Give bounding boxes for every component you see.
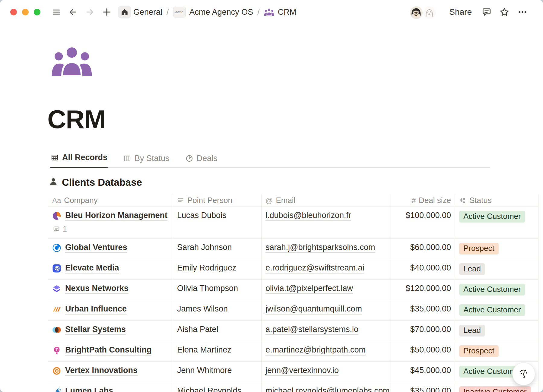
deal-size-cell[interactable]: $45,000.00: [391, 362, 455, 382]
collaborator-avatars[interactable]: [408, 5, 438, 19]
deal-size-cell[interactable]: $60,000.00: [391, 239, 455, 259]
column-header-email[interactable]: @ Email: [261, 194, 391, 207]
status-badge[interactable]: Prospect: [459, 345, 499, 357]
company-link[interactable]: Lumen Labs: [65, 386, 113, 392]
breadcrumb-crm[interactable]: CRM: [278, 8, 297, 17]
share-button[interactable]: Share: [447, 7, 474, 17]
company-cell[interactable]: Nexus Networks: [48, 280, 173, 300]
email-link[interactable]: michael.reynolds@lumenlabs.com: [265, 386, 390, 392]
status-badge[interactable]: Inactive Customer: [459, 386, 531, 392]
email-cell[interactable]: jenn@vertexinnov.io: [261, 362, 391, 382]
deal-size-cell[interactable]: $35,000.00: [391, 382, 455, 392]
company-cell[interactable]: Bleu Horizon Management 1: [48, 207, 173, 239]
email-cell[interactable]: olivia.t@pixelperfect.law: [261, 280, 391, 300]
home-button[interactable]: [118, 6, 131, 18]
company-cell[interactable]: Global Ventures: [48, 239, 173, 259]
email-link[interactable]: sarah.j@brightsparksolns.com: [265, 243, 375, 253]
minimize-window-button[interactable]: [22, 9, 29, 15]
company-link[interactable]: BrightPath Consulting: [65, 345, 151, 356]
page-icon-people[interactable]: [51, 47, 93, 76]
column-header-status[interactable]: Status: [455, 194, 538, 207]
company-cell[interactable]: Vertex Innovations: [48, 362, 173, 382]
deal-size-cell[interactable]: $50,000.00: [391, 341, 455, 362]
column-header-company[interactable]: Aa Company: [48, 194, 173, 207]
email-cell[interactable]: jwilson@quantumquill.com: [261, 300, 391, 321]
point-person-cell[interactable]: Lucas Dubois: [173, 207, 261, 239]
point-person-cell[interactable]: Emily Rodriguez: [173, 259, 261, 280]
status-cell[interactable]: Lead: [455, 321, 538, 341]
email-cell[interactable]: l.dubois@bleuhorizon.fr: [261, 207, 391, 239]
avatar[interactable]: [409, 6, 423, 20]
company-cell[interactable]: Elevate Media: [48, 259, 173, 280]
company-cell[interactable]: Urban Influence: [48, 300, 173, 321]
email-link[interactable]: olivia.t@pixelperfect.law: [265, 284, 353, 294]
point-person-cell[interactable]: Elena Martinez: [173, 341, 261, 362]
tab-by-status[interactable]: By Status: [122, 154, 170, 168]
point-person-cell[interactable]: Olivia Thompson: [173, 280, 261, 300]
column-header-deal-size[interactable]: # Deal size: [391, 194, 455, 207]
company-link[interactable]: Urban Influence: [65, 304, 127, 315]
company-link[interactable]: Elevate Media: [65, 263, 119, 273]
status-cell[interactable]: Lead: [455, 259, 538, 280]
email-cell[interactable]: e.martinez@brightpath.com: [261, 341, 391, 362]
email-link[interactable]: l.dubois@bleuhorizon.fr: [265, 211, 351, 221]
email-cell[interactable]: michael.reynolds@lumenlabs.com: [261, 382, 391, 392]
point-person-cell[interactable]: Aisha Patel: [173, 321, 261, 341]
status-cell[interactable]: Prospect: [455, 341, 538, 362]
status-badge[interactable]: Active Customer: [459, 304, 525, 316]
email-link[interactable]: jwilson@quantumquill.com: [265, 304, 362, 315]
point-person-cell[interactable]: Jenn Whitmore: [173, 362, 261, 382]
tab-all-records[interactable]: All Records: [50, 153, 108, 168]
email-link[interactable]: e.martinez@brightpath.com: [265, 345, 366, 356]
more-options-icon[interactable]: [517, 7, 528, 17]
status-cell[interactable]: Active Customer: [455, 207, 538, 239]
company-cell[interactable]: T BrightPath Consulting: [48, 341, 173, 362]
company-link[interactable]: Bleu Horizon Management: [65, 211, 167, 221]
back-icon[interactable]: [68, 7, 78, 17]
table-row: Global Ventures Sarah Johnson sarah.j@br…: [48, 239, 538, 259]
company-cell[interactable]: Stellar Systems: [48, 321, 173, 341]
company-link[interactable]: Vertex Innovations: [65, 366, 138, 376]
company-cell[interactable]: Lumen Labs: [48, 382, 173, 392]
close-window-button[interactable]: [10, 9, 17, 15]
deal-size-cell[interactable]: $120,000.00: [391, 280, 455, 300]
deal-size-cell[interactable]: $40,000.00: [391, 259, 455, 280]
status-badge[interactable]: Prospect: [459, 243, 499, 254]
new-tab-icon[interactable]: [102, 7, 112, 17]
deal-size-cell[interactable]: $35,000.00: [391, 300, 455, 321]
fullscreen-window-button[interactable]: [34, 9, 40, 15]
sidebar-toggle-icon[interactable]: [52, 8, 61, 17]
tab-deals[interactable]: Deals: [184, 154, 218, 168]
email-cell[interactable]: a.patel@stellarsystems.io: [261, 321, 391, 341]
email-cell[interactable]: e.rodriguez@swiftstream.ai: [261, 259, 391, 280]
point-person-cell[interactable]: Sarah Johnson: [173, 239, 261, 259]
email-link[interactable]: e.rodriguez@swiftstream.ai: [265, 263, 364, 273]
comment-count[interactable]: 1: [53, 225, 67, 233]
forward-icon[interactable]: [85, 7, 95, 17]
email-link[interactable]: jenn@vertexinnov.io: [265, 366, 339, 376]
status-badge[interactable]: Lead: [459, 325, 485, 337]
company-link[interactable]: Nexus Networks: [65, 284, 129, 294]
email-cell[interactable]: sarah.j@brightsparksolns.com: [261, 239, 391, 259]
favorite-star-icon[interactable]: [499, 7, 510, 17]
breadcrumb-workspace[interactable]: Acme Agency OS: [189, 8, 253, 17]
notion-ai-button[interactable]: [512, 362, 535, 385]
status-cell[interactable]: Active Customer: [455, 300, 538, 321]
status-cell[interactable]: Prospect: [455, 239, 538, 259]
deal-size-cell[interactable]: $100,000.00: [391, 207, 455, 239]
status-badge[interactable]: Active Customer: [459, 284, 525, 296]
status-badge[interactable]: Lead: [459, 263, 485, 275]
point-person-cell[interactable]: James Wilson: [173, 300, 261, 321]
company-link[interactable]: Stellar Systems: [65, 325, 126, 335]
column-header-point-person[interactable]: Point Person: [173, 194, 261, 207]
deal-size-cell[interactable]: $70,000.00: [391, 321, 455, 341]
email-link[interactable]: a.patel@stellarsystems.io: [265, 325, 358, 335]
point-person-cell[interactable]: Michael Reynolds: [173, 382, 261, 392]
status-badge[interactable]: Active Customer: [459, 211, 525, 223]
person-icon: [49, 177, 58, 188]
company-link[interactable]: Global Ventures: [65, 243, 127, 253]
status-cell[interactable]: Active Customer: [455, 280, 538, 300]
avatar[interactable]: [423, 6, 437, 20]
breadcrumb-general[interactable]: General: [133, 8, 162, 17]
comments-icon[interactable]: [481, 7, 492, 17]
